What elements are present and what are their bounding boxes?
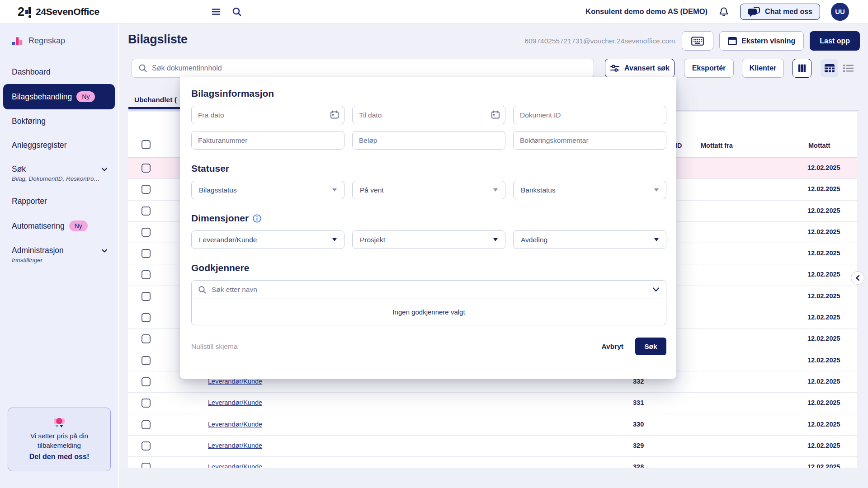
on-hold-dropdown[interactable]: På vent	[352, 181, 505, 199]
from-date-field[interactable]	[191, 106, 344, 124]
row-checkbox[interactable]	[142, 164, 151, 173]
posting-comment-input[interactable]	[513, 131, 666, 150]
reset-form-link[interactable]: Nullstill skjema	[191, 343, 238, 351]
row-checkbox[interactable]	[142, 185, 151, 194]
sidebar-item-s-k[interactable]: Søk Bilag, DokumentID, Reskontro…	[0, 157, 118, 189]
brand[interactable]: 2 24SevenOffice	[18, 5, 99, 19]
search-icon	[198, 286, 207, 294]
voucher-status-dropdown[interactable]: Bilagsstatus	[191, 181, 344, 199]
approver-picker: Ingen godkjennere valgt	[191, 280, 666, 325]
global-search-icon[interactable]	[230, 5, 244, 19]
department-dropdown[interactable]: Avdeling	[513, 230, 666, 249]
sidebar-item-administrasjon[interactable]: Administrasjon Innstillinger	[0, 239, 118, 271]
invoice-number-field[interactable]	[191, 131, 344, 150]
search-icon	[138, 64, 147, 73]
chevron-down-icon	[101, 247, 108, 254]
external-view-button[interactable]: Ekstern visning	[719, 31, 804, 51]
svg-text:2: 2	[18, 5, 24, 19]
document-id-input[interactable]	[513, 106, 666, 124]
row-checkbox[interactable]	[142, 334, 151, 343]
hamburger-menu-icon[interactable]	[209, 5, 223, 19]
posting-comment-field[interactable]	[513, 131, 666, 150]
toolbar: Avansert søk Eksportér Klienter	[0, 59, 868, 78]
to-date-input[interactable]	[352, 106, 505, 124]
table-row[interactable]: Leverandør/Kunde 331 12.02.2025	[128, 393, 857, 414]
supplier-customer-link[interactable]: Leverandør/Kunde	[208, 442, 262, 449]
tab-unprocessed[interactable]: Ubehandlet (	[134, 96, 177, 104]
search-submit-button[interactable]: Søk	[635, 338, 666, 355]
document-id-field[interactable]	[513, 106, 666, 124]
table-row[interactable]: Leverandør/Kunde 328 12.02.2025	[128, 457, 857, 468]
sidebar-nav: Dashboard Bilagsbehandling Ny Bokføring …	[0, 60, 118, 271]
column-received[interactable]: Mottatt	[808, 142, 830, 149]
row-checkbox[interactable]	[142, 399, 151, 408]
sidebar-item-rapporter[interactable]: Rapporter	[0, 189, 118, 213]
row-checkbox[interactable]	[142, 228, 151, 237]
columns-button[interactable]	[793, 59, 811, 78]
bank-status-dropdown[interactable]: Bankstatus	[513, 181, 666, 199]
notification-bell-icon[interactable]	[718, 6, 729, 17]
row-checkbox[interactable]	[142, 420, 151, 429]
feedback-link[interactable]: Del den med oss!	[29, 453, 89, 461]
sidebar-item-dashboard[interactable]: Dashboard	[0, 60, 118, 84]
table-view-toggle[interactable]	[821, 59, 838, 77]
table-row[interactable]: Leverandør/Kunde 329 12.02.2025	[128, 436, 857, 457]
supplier-customer-dropdown[interactable]: Leverandør/Kunde	[191, 230, 344, 249]
approver-search-input[interactable]	[212, 286, 647, 294]
table-row[interactable]: Leverandør/Kunde 330 12.02.2025	[128, 414, 857, 436]
to-date-field[interactable]	[352, 106, 505, 124]
supplier-customer-link[interactable]: Leverandør/Kunde	[208, 399, 262, 406]
keyboard-shortcuts-button[interactable]	[682, 31, 713, 51]
sidebar-item-subtitle: Bilag, DokumentID, Reskontro…	[12, 175, 111, 182]
window-icon	[728, 37, 737, 45]
row-checkbox[interactable]	[142, 292, 151, 301]
invoice-number-input[interactable]	[191, 131, 344, 150]
row-checkbox[interactable]	[142, 441, 151, 450]
approver-search[interactable]	[192, 281, 666, 299]
project-dropdown[interactable]: Prosjekt	[352, 230, 505, 249]
chat-button[interactable]: Chat med oss	[740, 4, 820, 20]
from-date-input[interactable]	[191, 106, 344, 124]
sidebar-item-automatisering[interactable]: Automatisering Ny	[0, 213, 118, 239]
select-all-checkbox[interactable]	[142, 140, 151, 149]
feedback-card[interactable]: Vi setter pris på din tilbakemelding Del…	[8, 408, 111, 471]
chevron-down-icon[interactable]	[652, 287, 660, 292]
row-checkbox[interactable]	[142, 249, 151, 258]
row-checkbox[interactable]	[142, 313, 151, 322]
row-checkbox[interactable]	[142, 377, 151, 386]
sidebar-module[interactable]: Regnskap	[0, 23, 118, 60]
brand-name: 24SevenOffice	[36, 6, 99, 17]
topbar: 2 24SevenOffice Konsulent demo demo AS (…	[0, 0, 868, 23]
export-button[interactable]: Eksportér	[684, 59, 734, 78]
sidebar-item-subtitle: Innstillinger	[12, 257, 111, 263]
supplier-customer-link[interactable]: Leverandør/Kunde	[208, 421, 262, 428]
document-search-input[interactable]	[152, 64, 587, 72]
dropdown-caret-icon	[332, 238, 337, 241]
row-received-date: 12.02.2025	[807, 228, 840, 235]
amount-input[interactable]	[352, 131, 505, 150]
accounting-module-icon	[12, 35, 23, 47]
advanced-search-button[interactable]: Avansert søk	[605, 59, 675, 78]
sidebar-item-bokf-ring[interactable]: Bokføring	[0, 109, 118, 133]
row-checkbox[interactable]	[142, 463, 151, 468]
company-name[interactable]: Konsulent demo demo AS (DEMO)	[585, 7, 708, 16]
row-received-date: 12.02.2025	[807, 185, 840, 192]
info-icon[interactable]	[253, 214, 261, 223]
column-received-from[interactable]: Mottatt fra	[701, 142, 733, 149]
approver-empty-message: Ingen godkjennere valgt	[192, 299, 666, 325]
supplier-customer-link[interactable]: Leverandør/Kunde	[208, 463, 262, 468]
row-checkbox[interactable]	[142, 356, 151, 365]
row-checkbox[interactable]	[142, 270, 151, 279]
upload-button[interactable]: Last opp	[810, 31, 860, 51]
row-received-date: 12.02.2025	[807, 463, 840, 468]
clients-button[interactable]: Klienter	[742, 59, 784, 78]
document-search[interactable]	[132, 59, 594, 78]
cancel-button[interactable]: Avbryt	[601, 343, 623, 351]
sidebar-item-anleggsregister[interactable]: Anleggsregister	[0, 133, 118, 157]
amount-field[interactable]	[352, 131, 505, 150]
user-avatar[interactable]: UU	[831, 3, 849, 21]
list-view-toggle[interactable]	[839, 59, 857, 77]
row-checkbox[interactable]	[142, 206, 151, 216]
sidebar-item-bilagsbehandling[interactable]: Bilagsbehandling Ny	[3, 84, 115, 109]
collapse-panel-button[interactable]	[851, 271, 864, 285]
